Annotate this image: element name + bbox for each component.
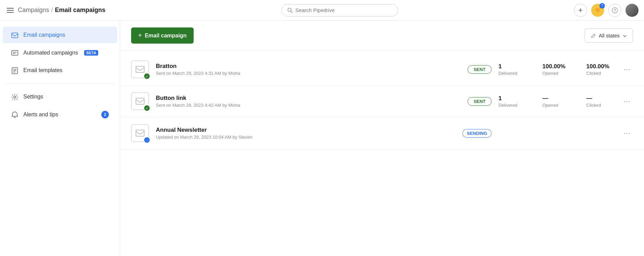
- automated-campaigns-icon: [11, 49, 19, 57]
- stat-delivered-label: Delivered: [498, 71, 526, 76]
- campaign-subtitle: Updated on March 29, 2023 10:04 AM by St…: [156, 135, 456, 140]
- sidebar-templates-label: Email templates: [23, 67, 62, 73]
- svg-rect-5: [12, 33, 18, 38]
- navbar-center: [105, 4, 574, 16]
- more-options-button[interactable]: ⋯: [621, 64, 633, 75]
- table-row[interactable]: ✓ Bratton Sent on March 29, 2023 4:31 AM…: [120, 54, 644, 85]
- filter-label: All states: [599, 33, 620, 38]
- campaign-stats: [498, 133, 614, 133]
- notification-button[interactable]: ?: [591, 4, 604, 17]
- sidebar-automated-label: Automated campaigns: [23, 50, 78, 56]
- stat-clicked: — Clicked: [586, 95, 614, 108]
- menu-icon[interactable]: [5, 7, 15, 14]
- campaign-icon-wrap: ✓: [131, 92, 149, 110]
- settings-icon: [11, 93, 19, 101]
- sidebar-item-email-campaigns[interactable]: Email campaigns: [3, 27, 117, 43]
- stat-opened-value: —: [542, 95, 570, 102]
- campaign-stats: 1 Delivered 100.00% Opened 100.00% Click…: [498, 63, 614, 76]
- help-button[interactable]: ?: [608, 4, 621, 17]
- table-row[interactable]: → Annual Newsletter Updated on March 29,…: [120, 117, 644, 149]
- svg-point-8: [14, 96, 16, 98]
- campaign-name: Annual Newsletter: [156, 127, 456, 133]
- breadcrumb-parent[interactable]: Campaigns: [18, 7, 49, 14]
- table-row[interactable]: ✓ Button link Sent on March 29, 2023 4:4…: [120, 85, 644, 117]
- status-dot-sending: →: [143, 137, 150, 143]
- stat-opened-label: Opened: [542, 71, 570, 76]
- stat-opened-label: Opened: [542, 103, 570, 108]
- main-layout: Email campaigns Automated campaigns BETA…: [0, 21, 644, 256]
- campaign-list: ✓ Bratton Sent on March 29, 2023 4:31 AM…: [120, 51, 644, 256]
- sidebar-alerts-label: Alerts and tips: [23, 112, 58, 118]
- campaign-name: Button link: [156, 95, 461, 102]
- campaign-info: Button link Sent on March 29, 2023 4:42 …: [156, 95, 461, 108]
- more-options-button[interactable]: ⋯: [621, 128, 633, 139]
- alerts-badge: 2: [101, 111, 109, 118]
- campaign-name: Bratton: [156, 63, 461, 70]
- search-bar[interactable]: [281, 4, 398, 16]
- notification-badge: ?: [599, 3, 605, 9]
- campaign-badge: SENDING: [462, 129, 492, 138]
- sidebar-item-settings[interactable]: Settings: [3, 89, 117, 105]
- svg-text:?: ?: [614, 8, 616, 12]
- svg-point-2: [597, 12, 598, 13]
- svg-rect-6: [12, 50, 18, 55]
- navbar-left: Campaigns / Email campaigns: [5, 7, 105, 14]
- campaign-badge: SENT: [468, 65, 492, 74]
- sidebar: Email campaigns Automated campaigns BETA…: [0, 21, 120, 256]
- status-dot-sent: ✓: [143, 105, 150, 112]
- breadcrumb: Campaigns / Email campaigns: [18, 7, 105, 14]
- stat-clicked: [586, 133, 614, 133]
- campaign-info: Annual Newsletter Updated on March 29, 2…: [156, 127, 456, 140]
- campaign-subtitle: Sent on March 29, 2023 4:31 AM by Misha: [156, 71, 461, 76]
- add-campaign-button[interactable]: + Email campaign: [131, 27, 194, 44]
- stat-delivered: 1 Delivered: [498, 95, 526, 108]
- sidebar-item-automated-campaigns[interactable]: Automated campaigns BETA: [3, 45, 117, 61]
- edit-icon: [590, 32, 596, 38]
- stat-opened: — Opened: [542, 95, 570, 108]
- add-button[interactable]: +: [574, 4, 587, 17]
- sidebar-email-campaigns-label: Email campaigns: [23, 32, 65, 38]
- stat-delivered: 1 Delivered: [498, 63, 526, 76]
- email-templates-icon: [11, 66, 19, 74]
- stat-delivered-label: Delivered: [498, 103, 526, 108]
- beta-badge: BETA: [84, 50, 98, 56]
- stat-opened-value: 100.00%: [542, 63, 570, 70]
- search-input[interactable]: [296, 7, 392, 13]
- sidebar-settings-label: Settings: [23, 94, 43, 100]
- sidebar-divider: [5, 83, 114, 84]
- content-area: + Email campaign All states: [120, 21, 644, 256]
- campaign-info: Bratton Sent on March 29, 2023 4:31 AM b…: [156, 63, 461, 76]
- stat-clicked-value: —: [586, 95, 614, 102]
- stat-opened: 100.00% Opened: [542, 63, 570, 76]
- campaign-subtitle: Sent on March 29, 2023 4:42 AM by Misha: [156, 103, 461, 108]
- plus-icon: +: [138, 32, 142, 39]
- stat-delivered-value: 1: [498, 95, 526, 102]
- navbar-actions: + ? ?: [574, 4, 639, 17]
- status-dot-sent: ✓: [143, 73, 150, 80]
- sidebar-item-alerts-tips[interactable]: Alerts and tips 2: [3, 106, 117, 123]
- campaign-icon-wrap: →: [131, 124, 149, 142]
- campaign-icon-wrap: ✓: [131, 60, 149, 78]
- content-header: + Email campaign All states: [120, 21, 644, 51]
- stat-clicked: 100.00% Clicked: [586, 63, 614, 76]
- sidebar-item-email-templates[interactable]: Email templates: [3, 62, 117, 79]
- search-icon: [287, 7, 293, 13]
- more-options-button[interactable]: ⋯: [621, 96, 633, 107]
- breadcrumb-current: Email campaigns: [55, 7, 105, 14]
- alerts-icon: [11, 110, 19, 119]
- stat-opened: [542, 133, 570, 133]
- stat-clicked-label: Clicked: [586, 103, 614, 108]
- svg-line-1: [291, 11, 292, 13]
- chevron-down-icon: [622, 33, 627, 38]
- navbar: Campaigns / Email campaigns + ?: [0, 0, 644, 21]
- add-campaign-label: Email campaign: [145, 33, 187, 39]
- breadcrumb-separator: /: [51, 7, 53, 14]
- campaign-badge: SENT: [468, 97, 492, 106]
- stat-clicked-value: 100.00%: [586, 63, 614, 70]
- stat-delivered: [498, 133, 526, 133]
- stat-delivered-value: 1: [498, 63, 526, 70]
- filter-button[interactable]: All states: [585, 28, 633, 42]
- stat-clicked-label: Clicked: [586, 71, 614, 76]
- campaign-stats: 1 Delivered — Opened — Clicked: [498, 95, 614, 108]
- avatar[interactable]: [625, 4, 639, 17]
